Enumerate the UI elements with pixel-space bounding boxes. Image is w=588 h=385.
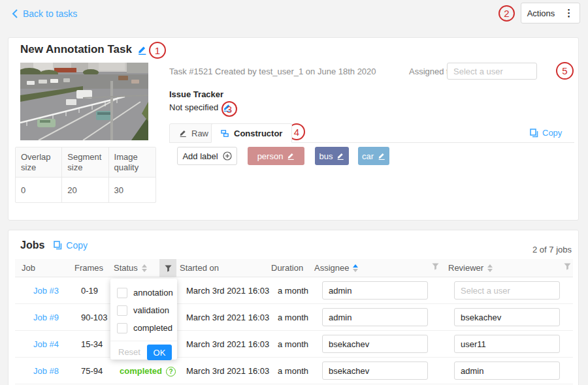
funnel-icon [564, 263, 571, 270]
col-assignee[interactable]: Assignee [314, 263, 358, 273]
issue-tracker-value: Not specified [169, 102, 218, 112]
back-to-tasks-link[interactable]: Back to tasks [12, 8, 77, 19]
add-label-text: Add label [182, 151, 218, 161]
label-chip-car[interactable]: car [358, 147, 389, 165]
param-header-quality: Image quality [109, 147, 155, 177]
filter-reset-button[interactable]: Reset [118, 347, 140, 357]
task-title-row: New Annotation Task [20, 43, 147, 56]
assigned-to-input[interactable] [447, 63, 537, 80]
checkbox-validation[interactable] [117, 305, 127, 316]
annotation-circle-2: 2 [498, 5, 515, 22]
edit-label-icon[interactable] [378, 152, 385, 160]
copy-labels-label: Copy [542, 128, 562, 138]
actions-button[interactable]: Actions ⋮ [521, 3, 580, 23]
more-vertical-icon[interactable]: ⋮ [564, 7, 574, 19]
filter-option-annotation[interactable]: annotation [110, 284, 177, 301]
traffic-scene-image [20, 63, 148, 140]
funnel-icon [165, 265, 172, 272]
tab-raw-label: Raw [191, 129, 208, 138]
col-reviewer[interactable]: Reviewer [448, 263, 493, 273]
filter-option-validation-label: validation [133, 305, 169, 315]
status-filter-dropdown: annotation validation completed Reset OK [110, 279, 177, 360]
param-header-segment: Segment size [62, 147, 108, 177]
col-started: Started on [180, 263, 219, 273]
job-frames: 0-19 [81, 286, 98, 296]
job-duration: a month [278, 313, 308, 322]
edit-label-icon[interactable] [287, 152, 295, 160]
job-started: March 3rd 2021 16:03 [186, 339, 269, 349]
labels-constructor-area: Add label person bus [177, 147, 569, 165]
labels-tab-bar: Raw Constructor [169, 123, 574, 143]
checkbox-completed[interactable] [117, 323, 127, 333]
job-row-2: Job #9 90-103 March 3rd 2021 16:03 a mon… [15, 304, 573, 331]
copy-jobs-link[interactable]: Copy [54, 240, 88, 251]
constructor-blocks-icon [221, 129, 229, 138]
job-row-3: Job #4 15-34 March 3rd 2021 16:03 a mont… [15, 331, 573, 358]
job-link[interactable]: Job #8 [33, 366, 59, 376]
job-row-1: Job #3 0-19 March 3rd 2021 16:03 a month [15, 277, 573, 304]
param-value-segment: 20 [62, 177, 108, 202]
question-circle-icon[interactable]: ? [166, 367, 176, 377]
tab-constructor[interactable]: Constructor [211, 123, 292, 143]
jobs-title: Jobs [20, 239, 44, 251]
assignee-filter-button[interactable] [432, 263, 439, 270]
tab-constructor-label: Constructor [234, 129, 282, 138]
reviewer-input[interactable] [454, 362, 560, 380]
jobs-card: Jobs Copy 2 of 7 jobs Job Frames Status [8, 230, 579, 385]
assignee-input[interactable] [322, 335, 428, 353]
job-row-4: Job #8 75-94 completed? March 3rd 2021 1… [15, 358, 573, 384]
edit-task-name-icon[interactable] [137, 45, 147, 55]
label-chip-person-text: person [257, 151, 284, 161]
reviewer-input[interactable] [454, 308, 560, 326]
sort-carets-assignee[interactable] [353, 264, 358, 272]
copy-jobs-label: Copy [66, 240, 88, 251]
filter-option-completed-label: completed [133, 323, 172, 333]
col-duration: Duration [271, 263, 303, 273]
param-value-quality: 30 [109, 177, 155, 202]
edit-label-icon[interactable] [336, 152, 344, 160]
label-chip-car-text: car [362, 151, 374, 161]
col-job: Job [22, 263, 35, 273]
back-to-tasks-label: Back to tasks [23, 8, 77, 19]
job-link[interactable]: Job #9 [33, 313, 59, 322]
job-link[interactable]: Job #3 [33, 286, 59, 296]
sort-carets-reviewer[interactable] [487, 264, 493, 272]
reviewer-filter-button[interactable] [564, 263, 571, 270]
funnel-icon [432, 263, 439, 270]
job-duration: a month [278, 339, 308, 349]
assignee-input[interactable] [322, 281, 428, 300]
filter-ok-button[interactable]: OK [147, 345, 172, 360]
assignee-input[interactable] [322, 308, 428, 326]
job-duration: a month [278, 286, 308, 296]
reviewer-input[interactable] [454, 335, 560, 353]
checkbox-annotation[interactable] [117, 288, 127, 298]
plus-circle-icon [223, 151, 232, 161]
copy-labels-link[interactable]: Copy [530, 128, 562, 138]
copy-icon [530, 129, 538, 138]
job-started: March 3rd 2021 16:03 [186, 313, 269, 322]
job-duration: a month [278, 366, 308, 376]
filter-option-completed[interactable]: completed [110, 319, 177, 337]
job-link[interactable]: Job #4 [33, 339, 59, 349]
annotation-circle-1: 1 [149, 42, 166, 59]
status-filter-button[interactable] [159, 259, 176, 277]
assignee-input[interactable] [322, 362, 428, 380]
sort-carets-status[interactable] [142, 264, 147, 272]
col-frames: Frames [74, 263, 103, 273]
param-value-overlap: 0 [16, 177, 62, 202]
filter-option-validation[interactable]: validation [110, 301, 177, 319]
label-chip-person[interactable]: person [248, 147, 304, 165]
chevron-left-icon [12, 9, 18, 18]
filter-option-annotation-label: annotation [133, 288, 173, 298]
copy-icon [54, 241, 62, 250]
annotation-circle-3: 3 [221, 101, 237, 117]
reviewer-input[interactable] [454, 281, 560, 300]
add-label-button[interactable]: Add label [177, 147, 237, 165]
job-status-completed: completed? [120, 366, 176, 377]
task-title: New Annotation Task [20, 43, 132, 56]
actions-label: Actions [527, 8, 564, 18]
col-status[interactable]: Status [114, 263, 147, 273]
task-meta: Task #1521 Created by test_user_1 on Jun… [169, 67, 376, 76]
pencil-icon [179, 129, 187, 137]
label-chip-bus[interactable]: bus [315, 147, 349, 165]
